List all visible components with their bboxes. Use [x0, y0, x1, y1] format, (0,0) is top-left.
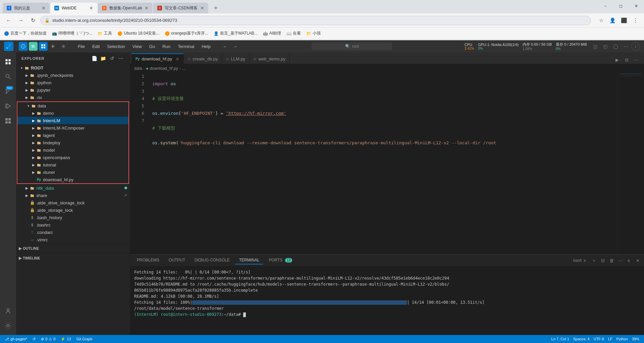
back-button[interactable]: ← [4, 16, 13, 25]
bookmark-button[interactable]: ☆ [596, 16, 606, 25]
tree-bash-history[interactable]: $ .bash_history [16, 214, 130, 221]
browser-tab-1[interactable]: Y 我的云盘 ✕ [3, 3, 50, 13]
menu-terminal[interactable]: Terminal [174, 43, 198, 50]
trash-terminal-btn[interactable]: 🗑 [608, 257, 615, 264]
split-editor-btn[interactable]: ⊟ [623, 56, 631, 64]
panel-tab-output[interactable]: OUTPUT [165, 256, 189, 264]
new-tab-button[interactable]: + [210, 3, 221, 13]
status-position[interactable]: Ln 7, Col 1 [549, 337, 571, 341]
more-icon[interactable]: ⋯ [621, 42, 630, 51]
split-terminal-btn[interactable]: ⊟ [599, 257, 606, 264]
tree-root[interactable]: ▾ ROOT [16, 64, 130, 71]
activity-run-debug[interactable] [1, 99, 15, 113]
tab1-close[interactable]: ✕ [42, 5, 46, 11]
panel-close-btn[interactable]: ✕ [634, 257, 641, 264]
browser-tab-2[interactable]: W WebIDE ✕ [50, 3, 97, 13]
panel-tab-problems[interactable]: PROBLEMS [133, 256, 163, 264]
tree-share[interactable]: ▶ share ↗ [16, 192, 130, 199]
profile-button[interactable]: 👤 [608, 16, 617, 25]
tab3-close[interactable]: ✕ [145, 5, 149, 11]
tree-opencompass[interactable]: ▶ opencompass [17, 154, 128, 161]
forward-button[interactable]: → [16, 16, 25, 25]
editor-tab-download-hf[interactable]: Py download_hf.py ✕ [131, 53, 184, 64]
status-spaces[interactable]: Spaces: 4 [571, 337, 592, 341]
interns-icon[interactable]: I [19, 42, 28, 51]
status-sync[interactable]: ↺ [31, 335, 38, 343]
run-file-btn[interactable]: ▶ [613, 56, 621, 64]
bookmark-reading[interactable]: 📖 在看 [286, 31, 301, 36]
tab2-close[interactable]: ✕ [89, 5, 93, 11]
maximize-button[interactable]: ◻ [613, 0, 629, 12]
bookmark-ubuntu[interactable]: 🟠 Ubuntu 18.04安装... [117, 31, 159, 36]
menu-button[interactable]: ⋮ [631, 16, 640, 25]
tree-download-hf[interactable]: Py download_hf.py [17, 176, 128, 183]
tree-aide-storage[interactable]: 🔒 .aide_storage_lock [16, 206, 130, 214]
status-encoding[interactable]: UTF-8 [592, 337, 606, 341]
new-folder-btn[interactable]: 📁 [100, 55, 107, 62]
status-language[interactable]: Python [614, 337, 630, 341]
panel-up-btn[interactable]: ∧ [625, 257, 633, 264]
panel-icon[interactable]: ◰ [601, 42, 610, 51]
activity-settings[interactable] [1, 319, 15, 332]
tree-model[interactable]: ▶ model [17, 146, 128, 154]
nav-back[interactable]: ← [221, 42, 229, 51]
status-ports[interactable]: ⚡ 13 [59, 335, 73, 343]
timeline-header[interactable]: ▶ TIMELINE [16, 253, 130, 263]
tree-lagent[interactable]: ▶ lagent [17, 132, 128, 139]
tree-internlm[interactable]: ▶ InternLM [17, 117, 128, 124]
more-terminal-btn[interactable]: ⋯ [616, 257, 624, 264]
browser-tab-4[interactable]: C 写文章-CSDN博客 ✕ [153, 3, 208, 13]
menu-run[interactable]: Run [159, 43, 174, 50]
new-file-btn[interactable]: 📄 [91, 55, 98, 62]
status-git[interactable]: ⎇ gh-pages* [3, 335, 29, 343]
close-button[interactable]: ✕ [629, 0, 644, 12]
internlm-icon[interactable]: IS [29, 42, 38, 51]
more-tabs-btn[interactable]: ⋯ [632, 56, 640, 64]
panel-tab-debug[interactable]: DEBUG CONSOLE [191, 256, 234, 264]
tab-download-hf-close[interactable]: ✕ [175, 56, 179, 62]
bookmark-baidu[interactable]: 🔵 百度一下，你就知道 [4, 31, 47, 36]
activity-account[interactable] [1, 304, 15, 317]
sidebar-icon[interactable]: ◯ [611, 42, 620, 51]
tree-nv[interactable]: ▶ .nv [16, 94, 130, 101]
new-terminal-btn[interactable]: + [590, 257, 598, 264]
bookmark-ai[interactable]: 🤖 AI助理 [263, 31, 281, 36]
outline-header[interactable]: ▶ OUTLINE [16, 244, 130, 253]
debug-icon[interactable] [49, 42, 58, 51]
tree-vimrc[interactable]: — .vimrc [16, 236, 130, 243]
tree-ipynb[interactable]: ▶ .ipynb_checkpoints [16, 71, 130, 79]
extra-icon[interactable] [59, 42, 68, 51]
menu-go[interactable]: Go [146, 43, 158, 50]
panel-tab-ports[interactable]: PORTS 13 [265, 256, 296, 264]
search-box[interactable]: 🔍 root [312, 42, 392, 50]
tree-jupyter[interactable]: ▶ .jupyter [16, 86, 130, 94]
tree-aide-drive[interactable]: 🔒 .aide_drive_storage_lock [16, 199, 130, 206]
editor-tab-create-db[interactable]: ◇ create_db.py [184, 53, 222, 64]
nav-forward[interactable]: → [231, 42, 239, 51]
collapse-btn[interactable]: ⋯ [117, 55, 124, 62]
status-gitgraph[interactable]: Git Graph [74, 335, 95, 343]
extensions-button[interactable]: ⬛ [619, 16, 629, 25]
tree-bashrc[interactable]: $ .bashrc [16, 221, 130, 229]
menu-selection[interactable]: Selection [104, 43, 128, 50]
browser-tab-3[interactable]: ✕ 数据集-OpenXLab ✕ [98, 3, 153, 13]
tree-nltk[interactable]: ▶ nltk_data [16, 184, 130, 192]
menu-edit[interactable]: Edit [89, 43, 103, 50]
code-content[interactable]: import os # 设置环境变量 os.environ['HF_ENDPOI… [147, 73, 617, 254]
editor-tab-llm[interactable]: ◇ LLM.py [222, 53, 250, 64]
address-bar[interactable]: 🔒 studio.intern-ai.org.cn/console/trinit… [40, 16, 591, 25]
activity-extensions[interactable] [1, 114, 15, 128]
editor-tab-web-demo[interactable]: ◇ web_demo.py [250, 53, 290, 64]
status-eol[interactable]: LF [606, 337, 614, 341]
bookmark-orangepi[interactable]: 🟠 orangepi基于c库开... [165, 31, 208, 36]
bookmark-xiaoqiang[interactable]: 📁 小强 [306, 31, 321, 36]
code-editor[interactable]: 1 2 3 4 5 6 7 import os # 设置环境变量 os.envi… [130, 73, 617, 254]
menu-view[interactable]: View [129, 43, 145, 50]
terminal-content[interactable]: Fetching 14 files: 0%| | 0/14 [00:00<?, … [130, 266, 644, 335]
bookmark-matlab[interactable]: 👤 前言_基于MATLAB... [214, 31, 258, 36]
tab4-close[interactable]: ✕ [200, 5, 204, 11]
tree-xtuner[interactable]: ▶ xtuner [17, 168, 128, 176]
panel-tab-terminal[interactable]: TERMINAL [235, 256, 264, 264]
tree-tutorial[interactable]: ▶ tutorial [17, 161, 128, 168]
tree-lmdeploy[interactable]: ▶ lmdeploy [17, 139, 128, 146]
